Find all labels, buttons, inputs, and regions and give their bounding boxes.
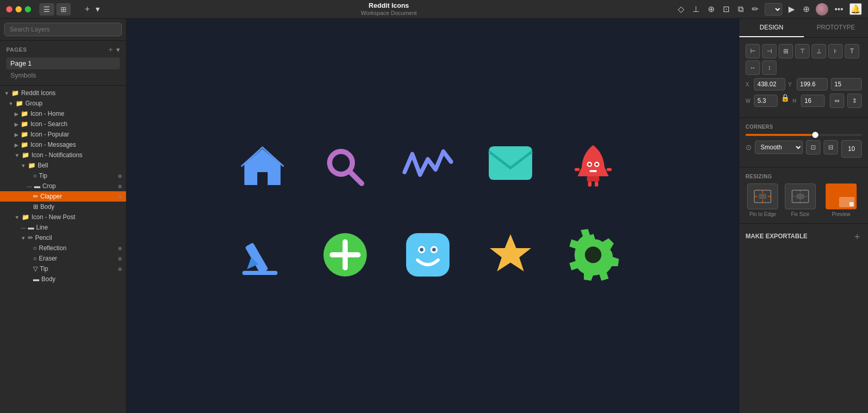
share-button[interactable]: ⊕ <box>801 2 812 16</box>
mask-tool[interactable]: ⊕ <box>706 2 717 16</box>
right-panel: DESIGN PROTOTYPE ⊢ ⊣ ⊞ ⊤ ⊥ ⊦ T ↔ ↕ X <box>739 19 868 413</box>
preview-button[interactable] <box>826 183 857 209</box>
layer-icon-popular[interactable]: ▶ 📁 Icon - Popular <box>0 129 126 140</box>
titlebar: ☰ ⊞ ＋ ▾ Reddit Icons Workspace Document … <box>0 0 868 19</box>
lock-proportions-icon[interactable]: 🔒 <box>781 94 789 108</box>
distribute-h-btn[interactable]: ↔ <box>746 60 760 75</box>
align-center-v-btn[interactable]: ⊥ <box>812 44 826 58</box>
icon-saved[interactable] <box>479 224 541 286</box>
align-bottom-btn[interactable]: ⊦ <box>828 44 843 58</box>
layer-label: Crop <box>42 182 118 190</box>
shape-tool[interactable]: ◇ <box>676 2 686 16</box>
x-input[interactable] <box>754 78 785 90</box>
icon-popular[interactable] <box>397 136 459 198</box>
layer-label: Tip <box>39 172 118 179</box>
layer-reddit-icons[interactable]: ▼ 📁 Reddit Icons <box>0 88 126 98</box>
rotation-input[interactable] <box>831 78 862 90</box>
align-row-1: ⊢ ⊣ ⊞ ⊤ ⊥ ⊦ T ↔ ↕ <box>746 44 862 75</box>
add-button[interactable]: ＋ <box>81 2 94 17</box>
grid-view-button[interactable]: ⊞ <box>56 3 71 16</box>
search-input[interactable] <box>4 23 122 36</box>
svg-rect-19 <box>406 233 450 277</box>
layer-label: Bell <box>38 162 122 169</box>
tab-prototype[interactable]: PROTOTYPE <box>804 19 869 37</box>
distribute-tool[interactable]: ⊥ <box>690 2 702 16</box>
pin-to-edge-button[interactable] <box>747 183 778 209</box>
pages-menu-button[interactable]: ▾ <box>116 45 120 54</box>
w-field-group: W <box>746 94 778 108</box>
corners-value-input[interactable] <box>841 140 862 158</box>
layer-clapper[interactable]: ▶ ✏ Clapper ⊕ <box>0 191 126 202</box>
layer-icon-new-post[interactable]: ▼ 📁 Icon - New Post <box>0 212 126 222</box>
layer-label: Line <box>36 224 122 231</box>
smooth-select[interactable]: Smooth <box>755 141 803 154</box>
layer-bell[interactable]: ▼ 📁 Bell <box>0 160 126 171</box>
layer-icon-notifications[interactable]: ▼ 📁 Icon - Notifications <box>0 150 126 160</box>
more-options-button[interactable]: ••• <box>832 3 845 16</box>
mask-icon: ⊕ <box>118 246 122 251</box>
corner-type-1[interactable]: ⊡ <box>806 140 820 155</box>
align-right-btn[interactable]: ⊞ <box>779 44 793 58</box>
h-input[interactable] <box>801 95 825 107</box>
layers-view-button[interactable]: ☰ <box>39 3 54 16</box>
align-top-btn[interactable]: ⊤ <box>795 44 810 58</box>
corner-type-2[interactable]: ⊟ <box>824 140 838 155</box>
layer-body[interactable]: ▶ ⊞ Body <box>0 202 126 212</box>
flip-h-btn[interactable]: ⇔ <box>830 94 844 108</box>
minimize-button[interactable] <box>16 6 22 12</box>
layer-icon-messages[interactable]: ▶ 📁 Icon - Messages <box>0 140 126 150</box>
dash-chevron: — <box>27 183 32 189</box>
icon-home[interactable] <box>231 136 293 198</box>
icon-notifications[interactable] <box>562 136 624 198</box>
layer-pencil[interactable]: ▼ ✏ Pencil <box>0 233 126 243</box>
page-item-symbols[interactable]: Symbols <box>6 69 120 81</box>
layer-eraser[interactable]: ▶ ○ Eraser ⊕ <box>0 253 126 264</box>
notification-bell[interactable]: 🔔 <box>849 3 862 15</box>
distribute-v-btn[interactable]: ↕ <box>762 60 777 75</box>
layer-crop[interactable]: — ▬ Crop ⊕ <box>0 181 126 191</box>
svg-line-2 <box>349 171 362 183</box>
play-button[interactable]: ▶ <box>786 2 797 16</box>
layer-line[interactable]: — ▬ Line <box>0 222 126 233</box>
add-exportable-button[interactable]: ＋ <box>853 230 862 242</box>
corners-slider[interactable] <box>746 134 862 136</box>
y-label: Y <box>788 82 795 87</box>
corners-slider-thumb[interactable] <box>812 132 818 138</box>
tab-design[interactable]: DESIGN <box>739 19 804 37</box>
menu-button[interactable]: ▾ <box>94 2 102 16</box>
pen-tool[interactable]: ✏ <box>750 2 761 16</box>
layer-body-2[interactable]: ▶ ▬ Body <box>0 274 126 284</box>
layer-icon-search[interactable]: ▶ 📁 Icon - Search <box>0 119 126 129</box>
icon-new-post[interactable] <box>231 224 293 286</box>
icon-settings[interactable] <box>562 224 624 286</box>
layer-icon-home[interactable]: ▶ 📁 Icon - Home <box>0 109 126 119</box>
close-button[interactable] <box>6 6 12 12</box>
preview-cell: Preview <box>820 183 862 217</box>
layer-reflection[interactable]: ▶ ○ Reflection ⊕ <box>0 243 126 253</box>
icon-messages[interactable] <box>479 136 541 198</box>
maximize-button[interactable] <box>25 6 31 12</box>
y-input[interactable] <box>797 78 828 90</box>
y-field-group: Y <box>788 78 828 90</box>
page-item-1[interactable]: Page 1 <box>6 57 120 69</box>
layer-label: Tip <box>40 265 118 272</box>
w-input[interactable] <box>754 95 778 107</box>
frame-tool[interactable]: ⊡ <box>721 2 732 16</box>
avatar[interactable] <box>816 3 828 16</box>
add-page-button[interactable]: ＋ <box>107 45 114 54</box>
zoom-select[interactable]: 200% <box>765 3 782 16</box>
layer-tip-2[interactable]: ▶ ▽ Tip ⊕ <box>0 264 126 274</box>
flip-v-btn[interactable]: ⇕ <box>847 94 862 108</box>
canvas[interactable] <box>127 19 739 413</box>
align-center-h-btn[interactable]: ⊣ <box>762 44 777 58</box>
layer-group[interactable]: ▼ 📁 Group <box>0 98 126 109</box>
fix-size-button[interactable] <box>785 183 816 209</box>
layer-tip[interactable]: ▶ ○ Tip ⊕ <box>0 171 126 181</box>
text-align-btn[interactable]: T <box>845 44 859 58</box>
icon-search[interactable] <box>314 136 376 198</box>
mask-icon: ⊕ <box>118 266 122 272</box>
icon-avatar[interactable] <box>397 224 459 286</box>
align-left-btn[interactable]: ⊢ <box>746 44 760 58</box>
icon-communities[interactable] <box>314 224 376 286</box>
component-tool[interactable]: ⧉ <box>736 3 746 16</box>
